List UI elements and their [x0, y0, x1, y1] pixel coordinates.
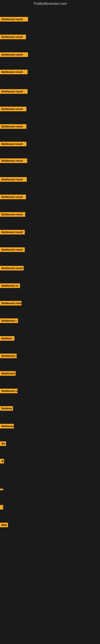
bottleneck-label: Bottleneck result — [0, 89, 28, 94]
bottleneck-label: Bottleneck re — [0, 283, 20, 288]
bottleneck-result-item[interactable]: Bottleneck result — [0, 124, 26, 130]
bottleneck-result-item[interactable]: Bottleneck result — [0, 158, 27, 164]
bottleneck-result-item[interactable]: Bottleneck result — [0, 212, 25, 218]
bottleneck-result-item[interactable]: Bottleneck n — [0, 354, 17, 359]
site-title: TheBottlenecker.com — [0, 0, 100, 8]
bottleneck-result-item[interactable]: Bottleneck result — [0, 107, 26, 112]
bottleneck-label: Bottleneck re — [0, 388, 18, 393]
bottleneck-label — [0, 489, 3, 490]
bottleneck-label: Bottleneck result — [0, 34, 26, 39]
bottleneck-result-item[interactable]: Bottleneck — [0, 371, 16, 376]
bottleneck-result-item[interactable] — [0, 488, 3, 491]
bottleneck-label: Bottleneck result — [0, 124, 26, 129]
bottleneck-label: Bottleneck result — [0, 266, 24, 270]
bottleneck-result-item[interactable]: Bottlene — [0, 336, 14, 342]
bottleneck-result-item[interactable]: B — [0, 459, 4, 464]
bottleneck-result-item[interactable]: Bottleneck resul — [0, 301, 22, 306]
bottleneck-result-item[interactable]: Bottleneck — [0, 424, 14, 429]
bottleneck-result-item[interactable]: Bo — [0, 441, 6, 447]
bottleneck-label: : — [0, 505, 3, 510]
bottleneck-label: Bo — [0, 441, 6, 446]
bottleneck-label: Bottleneck result — [0, 158, 27, 163]
bottleneck-label: Bottleneck — [0, 424, 14, 428]
bottleneck-label: Bottleneck r — [0, 318, 18, 323]
bottleneck-label: Bottleneck result — [0, 107, 26, 111]
bottleneck-result-item[interactable]: Bottleneck result — [0, 230, 25, 235]
bottleneck-result-item[interactable]: Bottleneck result — [0, 89, 28, 94]
bottleneck-label: Bottleneck result — [0, 52, 28, 57]
bottleneck-result-item[interactable]: Bottlene — [0, 406, 13, 412]
bottleneck-result-item[interactable]: Bottleneck result — [0, 194, 26, 200]
bottleneck-result-item[interactable]: : — [0, 505, 3, 510]
bottleneck-result-item[interactable]: Bottleneck result — [0, 70, 28, 75]
bottleneck-result-item[interactable]: Bottleneck re — [0, 283, 20, 289]
bottleneck-label: Bottlene — [0, 336, 14, 341]
bottleneck-result-item[interactable]: Bottleneck result — [0, 142, 26, 147]
bottleneck-label: Bottlene — [0, 406, 13, 411]
bottleneck-result-item[interactable]: Bottleneck result — [0, 266, 24, 271]
bottleneck-label: Bottleneck result — [0, 142, 26, 146]
bottleneck-label: Bottleneck result — [0, 212, 25, 217]
bottleneck-label: Bottleneck resul — [0, 301, 22, 306]
bottleneck-result-item[interactable]: Bottleneck re — [0, 388, 18, 394]
bottleneck-result-item[interactable]: Bottleneck r — [0, 318, 18, 324]
bottleneck-result-item[interactable]: Bottleneck result — [0, 177, 27, 182]
bottleneck-label: Bottleneck — [0, 371, 16, 376]
bottleneck-label: Bottleneck result — [0, 70, 28, 74]
bottleneck-label: Bott — [0, 523, 8, 527]
bottleneck-label: Bottleneck result — [0, 177, 27, 182]
bottleneck-label: Bottleneck result — [0, 230, 25, 234]
bottleneck-label: Bottleneck result — [0, 247, 25, 252]
bottleneck-result-item[interactable]: Bottleneck result — [0, 17, 28, 22]
bottleneck-result-item[interactable]: Bott — [0, 523, 8, 528]
bottleneck-label: B — [0, 459, 4, 464]
bottleneck-label: Bottleneck result — [0, 194, 26, 199]
bottleneck-result-item[interactable]: Bottleneck result — [0, 34, 26, 40]
bottleneck-result-item[interactable]: Bottleneck result — [0, 247, 25, 253]
bottleneck-label: Bottleneck result — [0, 17, 28, 22]
bottleneck-result-item[interactable]: Bottleneck result — [0, 52, 28, 58]
bottleneck-label: Bottleneck n — [0, 354, 17, 358]
